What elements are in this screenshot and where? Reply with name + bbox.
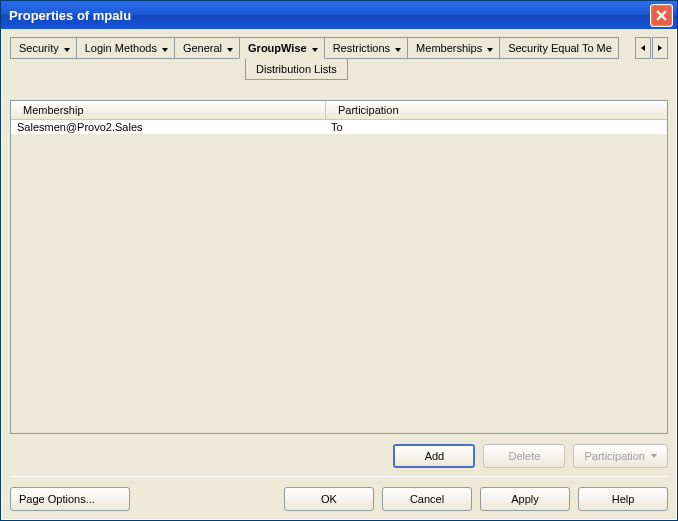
titlebar[interactable]: Properties of mpalu	[1, 1, 677, 29]
tabbar: Security Login Methods General GroupWise…	[10, 37, 668, 59]
button-label: Cancel	[410, 493, 444, 505]
button-label: Help	[612, 493, 635, 505]
tab-groupwise[interactable]: GroupWise	[239, 37, 325, 59]
grid-body: Salesmen@Provo2.Sales To	[11, 120, 667, 433]
dialog-footer: Page Options... OK Cancel Apply Help	[10, 476, 668, 511]
membership-grid: Membership Participation Salesmen@Provo2…	[10, 100, 668, 434]
chevron-down-icon	[487, 42, 493, 54]
tab-label: Login Methods	[85, 42, 157, 54]
tab-label: General	[183, 42, 222, 54]
delete-button[interactable]: Delete	[483, 444, 565, 468]
tab-memberships[interactable]: Memberships	[407, 37, 500, 59]
close-button[interactable]	[650, 4, 673, 27]
add-button[interactable]: Add	[393, 444, 475, 468]
help-button[interactable]: Help	[578, 487, 668, 511]
cancel-button[interactable]: Cancel	[382, 487, 472, 511]
tab-general[interactable]: General	[174, 37, 240, 59]
tab-content: Membership Participation Salesmen@Provo2…	[10, 100, 668, 476]
button-label: Page Options...	[19, 493, 95, 505]
grid-actions: Add Delete Participation	[10, 434, 668, 472]
chevron-down-icon	[395, 42, 401, 54]
tab-label: Memberships	[416, 42, 482, 54]
chevron-left-icon	[641, 45, 645, 51]
dialog-body: Security Login Methods General GroupWise…	[1, 29, 677, 520]
page-options-button[interactable]: Page Options...	[10, 487, 130, 511]
tab-label: Security	[19, 42, 59, 54]
chevron-down-icon	[162, 42, 168, 54]
tab-scroll-right[interactable]	[652, 37, 668, 59]
participation-button[interactable]: Participation	[573, 444, 668, 468]
tab-restrictions[interactable]: Restrictions	[324, 37, 408, 59]
tab-label: Security Equal To Me	[508, 42, 612, 54]
button-label: Delete	[509, 450, 541, 462]
properties-dialog: Properties of mpalu Security Login Metho…	[0, 0, 678, 521]
table-row[interactable]: Salesmen@Provo2.Sales To	[11, 120, 667, 134]
chevron-down-icon	[651, 454, 657, 458]
subtab-distribution-lists[interactable]: Distribution Lists	[245, 58, 348, 80]
tab-strip: Security Login Methods General GroupWise…	[10, 37, 633, 59]
apply-button[interactable]: Apply	[480, 487, 570, 511]
grid-header: Membership Participation	[11, 101, 667, 120]
chevron-down-icon	[227, 42, 233, 54]
button-label: Participation	[584, 450, 645, 462]
tab-security-equal-to-me[interactable]: Security Equal To Me	[499, 37, 619, 59]
button-label: OK	[321, 493, 337, 505]
tab-security[interactable]: Security	[10, 37, 77, 59]
close-icon	[656, 10, 667, 21]
window-title: Properties of mpalu	[9, 8, 650, 23]
cell-participation: To	[325, 120, 667, 134]
tab-label: GroupWise	[248, 42, 307, 54]
subtab-row: Distribution Lists	[245, 58, 668, 80]
chevron-down-icon	[64, 42, 70, 54]
chevron-right-icon	[658, 45, 662, 51]
chevron-down-icon	[312, 42, 318, 54]
button-label: Apply	[511, 493, 539, 505]
cell-membership: Salesmen@Provo2.Sales	[11, 120, 325, 134]
tab-scroll-left[interactable]	[635, 37, 651, 59]
subtab-label: Distribution Lists	[256, 63, 337, 75]
ok-button[interactable]: OK	[284, 487, 374, 511]
tab-login-methods[interactable]: Login Methods	[76, 37, 175, 59]
button-label: Add	[425, 450, 445, 462]
tab-label: Restrictions	[333, 42, 390, 54]
column-header-participation[interactable]: Participation	[326, 101, 667, 119]
column-header-membership[interactable]: Membership	[11, 101, 326, 119]
tab-nav	[635, 37, 668, 59]
